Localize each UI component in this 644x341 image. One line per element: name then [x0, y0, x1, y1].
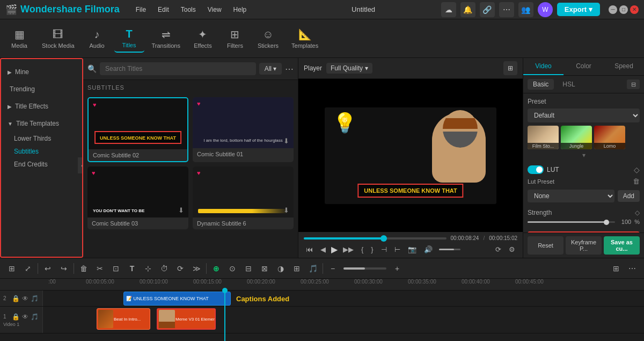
people-icon[interactable]: 👥	[518, 2, 533, 17]
crop-button[interactable]: ⊡	[108, 261, 123, 276]
avatar[interactable]: W	[538, 2, 553, 17]
download-icon[interactable]: ⬇	[283, 137, 289, 145]
link-icon[interactable]: 🔗	[480, 2, 495, 17]
toolbar-titles[interactable]: T Titles	[114, 25, 144, 53]
text-button[interactable]: T	[125, 261, 140, 276]
zoom-out-button[interactable]: −	[325, 261, 340, 276]
track-1-audio-icon[interactable]: 🎵	[31, 313, 39, 321]
cloud-icon[interactable]: ☁	[441, 2, 456, 17]
volume-button[interactable]: 🔊	[422, 244, 435, 255]
title-card-comic03[interactable]: ♥ YOU DON'T WANT TO BE ⬇ Comic Subtitle …	[87, 166, 188, 229]
reverse-button[interactable]: ⟳	[173, 261, 188, 276]
strength-slider[interactable]	[528, 221, 615, 223]
play-button[interactable]: ▶	[331, 244, 338, 255]
more-timeline-button[interactable]: ⋯	[625, 261, 640, 276]
toolbar-effects[interactable]: ✦ Effects	[188, 25, 218, 52]
toolbar-audio[interactable]: ♪ Audio	[82, 25, 112, 52]
video-clip-2[interactable]: Meme V3 01 Element 2S	[157, 308, 216, 330]
delete-button[interactable]: 🗑	[76, 261, 91, 276]
clip-start-button[interactable]: ⊣	[379, 244, 389, 255]
search-input[interactable]	[100, 62, 256, 75]
compare-icon[interactable]: ⊟	[627, 79, 640, 89]
cut-button[interactable]: ✂	[92, 261, 107, 276]
toolbar-media[interactable]: ▦ Media	[4, 25, 34, 52]
ai-caption-button[interactable]: ⊕	[209, 261, 224, 276]
toolbar-stock-media[interactable]: 🎞 Stock Media	[36, 25, 80, 52]
notification-icon[interactable]: 🔔	[460, 2, 475, 17]
lut-diamond-icon[interactable]: ◇	[634, 165, 640, 174]
preset-more-arrow[interactable]: ▾	[528, 151, 640, 159]
mark-out-button[interactable]: }	[369, 244, 375, 255]
quality-selector[interactable]: Full Quality ▾	[326, 63, 372, 74]
title-card-dynamic06[interactable]: ♥ ⬇ Dynamic Subtitle 6	[193, 166, 294, 229]
share-icon[interactable]: ⋯	[499, 2, 514, 17]
tab-speed[interactable]: Speed	[604, 58, 644, 75]
toolbar-transitions[interactable]: ⇌ Transitions	[147, 25, 186, 52]
more-options-button[interactable]: ⋯	[285, 64, 294, 74]
video-clip-1[interactable]: Beat In Intro...	[97, 308, 150, 330]
track-2-lock-icon[interactable]: 🔒	[12, 295, 20, 302]
minimize-button[interactable]: ─	[609, 5, 617, 14]
export-button[interactable]: Export ▾	[557, 3, 600, 16]
download-icon-3[interactable]: ⬇	[283, 206, 289, 214]
save-as-custom-button[interactable]: Save as cu...	[604, 236, 640, 255]
speed-button[interactable]: ⏱	[157, 261, 172, 276]
tab-video[interactable]: Video	[523, 58, 564, 75]
ripple-edit-button[interactable]: ⤢	[20, 261, 35, 276]
toolbar-filters[interactable]: ⊞ Filters	[220, 25, 250, 52]
keyframe-button[interactable]: Keyframe P...	[566, 236, 602, 255]
settings-playback-button[interactable]: ⚙	[507, 244, 517, 255]
toolbar-templates[interactable]: 📐 Templates	[286, 25, 324, 52]
forward-button[interactable]: ≫	[189, 261, 204, 276]
audio-denoise-button[interactable]: ⊟	[241, 261, 256, 276]
filter-button[interactable]: All ▾	[259, 63, 282, 75]
menu-tools[interactable]: Tools	[175, 5, 201, 14]
skip-back-button[interactable]: ⏮	[304, 244, 315, 255]
menu-view[interactable]: View	[202, 5, 227, 14]
mark-in-button[interactable]: {	[359, 244, 365, 255]
lut-delete-icon[interactable]: 🗑	[633, 177, 640, 185]
toolbar-stickers[interactable]: ☺ Stickers	[252, 25, 284, 52]
preset-selector[interactable]: Default	[528, 108, 640, 122]
progress-bar[interactable]	[304, 237, 447, 240]
multi-select-button[interactable]: ⊞	[4, 261, 19, 276]
sidebar-item-end-credits[interactable]: End Credits	[1, 158, 82, 171]
track-2-audio-icon[interactable]: 🎵	[31, 295, 39, 302]
split-button[interactable]: ⊠	[257, 261, 272, 276]
close-button[interactable]: ✕	[630, 5, 639, 14]
timeline-zoom-slider[interactable]	[343, 267, 386, 270]
playhead[interactable]	[224, 291, 225, 341]
tab-color[interactable]: Color	[564, 58, 604, 75]
player-fullscreen-icon[interactable]: ⊞	[503, 61, 517, 75]
color-correct-button[interactable]: ◑	[273, 261, 288, 276]
preset-thumb-lomo[interactable]: Lomo	[594, 126, 625, 149]
sidebar-item-subtitles[interactable]: Subtitles	[1, 145, 82, 158]
download-icon-2[interactable]: ⬇	[178, 206, 184, 214]
caption-clip[interactable]: 📝 UNLESS SOMEONE KNOW THAT	[123, 292, 231, 306]
sub-tab-basic[interactable]: Basic	[528, 79, 554, 90]
volume-slider[interactable]	[439, 249, 460, 250]
sidebar-item-trending[interactable]: Trending	[1, 83, 82, 96]
transform-button[interactable]: ⊹	[141, 261, 156, 276]
strength-diamond-icon[interactable]: ◇	[635, 209, 640, 216]
lut-add-button[interactable]: Add	[618, 190, 640, 202]
sidebar-item-title-effects[interactable]: ▶ Title Effects	[1, 100, 82, 113]
menu-help[interactable]: Help	[228, 5, 252, 14]
lut-toggle[interactable]	[528, 165, 544, 174]
frame-back-button[interactable]: ◀	[318, 244, 328, 255]
sidebar-item-lower-thirds[interactable]: Lower Thirds	[1, 132, 82, 145]
snapshot-button[interactable]: 📷	[406, 244, 419, 255]
sidebar-item-title-templates[interactable]: ▼ Title Templates	[1, 117, 82, 130]
stabilize-button[interactable]: ⊙	[225, 261, 240, 276]
sub-tab-hsl[interactable]: HSL	[557, 79, 580, 90]
zoom-in-button[interactable]: +	[390, 261, 405, 276]
clip-end-button[interactable]: ⊢	[392, 244, 402, 255]
redo-button[interactable]: ↪	[56, 261, 71, 276]
track-1-eye-icon[interactable]: 👁	[22, 313, 28, 321]
menu-file[interactable]: File	[130, 5, 151, 14]
vocal-remove-button[interactable]: 🎵	[305, 261, 320, 276]
title-card-comic01[interactable]: ♥ I am the lord, bottom half of the hour…	[193, 97, 294, 162]
panel-collapse-button[interactable]: ‹	[78, 157, 83, 173]
title-card-comic02[interactable]: ♥ UNLESS SOMEONE KNOW THAT Comic Subtitl…	[87, 97, 188, 162]
preset-thumb-jungle[interactable]: Jungle	[561, 126, 592, 149]
